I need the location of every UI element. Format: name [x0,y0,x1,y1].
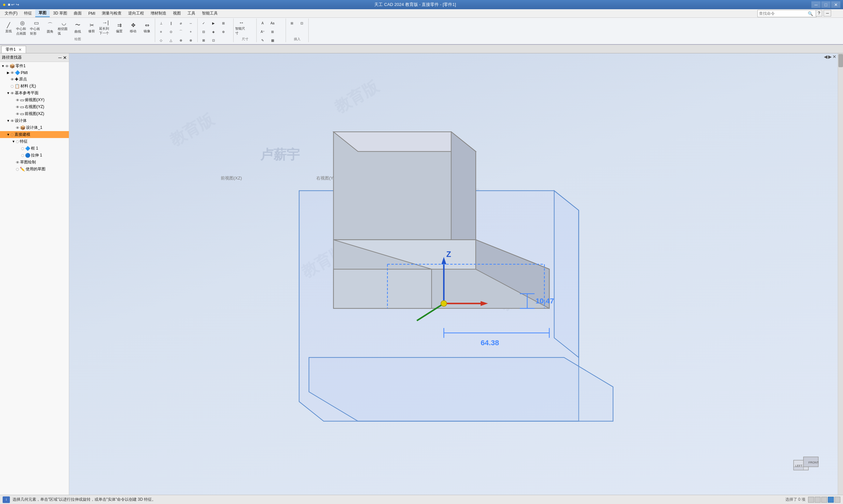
eye-icon-extrude1[interactable]: ◌ [21,153,24,158]
help-button[interactable]: ? [815,10,823,16]
toolbar-line[interactable]: ╱直线 [2,19,15,36]
eye-icon-xy[interactable]: 👁 [16,98,19,102]
eye-icon-xz[interactable]: 👁 [16,112,19,116]
menu-reverse[interactable]: 逆向工程 [125,10,147,17]
tree-toggle-pmi[interactable]: ▶ [6,71,11,75]
tree-toggle-usedsketch[interactable] [11,167,16,172]
tree-toggle-yz[interactable] [11,105,16,109]
tree-toggle-direct[interactable]: ▼ [6,132,11,137]
tree-item-refplanes[interactable]: ▼👁基本参考平面 [0,90,69,96]
toolbar-mirror[interactable]: ⇔镜像 [140,19,154,36]
eye-icon-frame1[interactable]: ◌ [21,146,24,150]
eye-icon-direct[interactable]: ◌ [11,132,14,137]
toolbar-extend[interactable]: →|延长到下一个 [99,19,112,36]
tree-item-direct[interactable]: ▼◌直接建模 [0,131,69,138]
eye-icon-part1[interactable]: 👁 [5,64,9,68]
scroll-thumb[interactable] [838,54,843,67]
viewport[interactable]: ◀ ▶ ✕ 教育版 教育版 教育版 教育版 教育版 卢薪宇 前视图(XZ) 右视… [69,53,843,495]
tree-item-xy[interactable]: 👁▭俯视图(XY) [0,96,69,104]
toolbar-relate-9[interactable]: ◇ [157,36,166,43]
menu-tools[interactable]: 工具 [184,10,199,17]
pin-button[interactable]: ─ [824,10,831,16]
toolbar-tangent-arc[interactable]: ◡相切圆弧 [57,19,71,36]
eye-icon-pmi[interactable]: 👁 [11,71,14,75]
tree-item-sketchdraw[interactable]: 👁草图绘制 [0,159,69,166]
menu-surface[interactable]: 曲面 [71,10,85,17]
tree-item-pmi[interactable]: ▶👁🔷PMI [0,70,69,76]
toolbar-anno-1[interactable]: A [258,19,267,27]
toolbar-anno-6[interactable]: ▦ [268,36,277,43]
toolbar-smart-4[interactable]: ⊟ [199,28,208,36]
toolbar-relate-6[interactable]: ⊙ [166,28,176,36]
eye-icon-usedsketch[interactable]: ◌ [16,167,19,171]
tree-toggle-part1[interactable]: ▼ [1,64,5,69]
menu-additive[interactable]: 增材制造 [147,10,170,17]
menu-file[interactable]: 文件(F) [1,10,21,17]
toolbar-relate-5[interactable]: ≡ [157,28,166,36]
toolbar-smart-8[interactable]: ⊡ [209,36,218,43]
left-panel-minimize[interactable]: ─ [58,55,61,60]
toolbar-anno-3[interactable]: A⁺ [258,28,267,36]
toolbar-relate-8[interactable]: + [186,28,195,36]
tree-toggle-body[interactable]: ▼ [6,119,11,123]
eye-icon-material[interactable]: ◌ [11,84,14,88]
eye-icon-sketchdraw[interactable]: 👁 [16,160,19,164]
tree-toggle-body1[interactable] [11,126,16,130]
tree-toggle-xy[interactable] [11,98,16,103]
nav-arrows[interactable]: ◀ ▶ ✕ [824,54,837,59]
toolbar-insert-1[interactable]: ⊞ [287,19,297,27]
eye-icon-body[interactable]: 👁 [11,119,14,123]
minimize-button[interactable]: ─ [811,1,821,8]
toolbar-anno-4[interactable]: ⊞ [268,28,277,36]
toolbar-smart-2[interactable]: ▶ [209,19,218,27]
tree-item-extrude1[interactable]: ◌🔵拉伸 1 [0,152,69,159]
eye-icon-yz[interactable]: 👁 [16,105,19,109]
toolbar-relate-2[interactable]: ∥ [166,19,176,27]
toolbar-circle-point[interactable]: ◎中心和点画圆 [16,19,29,36]
doc-tab-close[interactable]: ✕ [18,48,22,52]
tree-item-frame1[interactable]: ◌🔷框 1 [0,145,69,152]
nav-prev[interactable]: ◀ [824,54,827,59]
toolbar-offset[interactable]: ⇉偏置 [113,19,126,36]
toolbar-relate-3[interactable]: ⌀ [176,19,185,27]
search-input[interactable] [758,11,807,16]
toolbar-insert-2[interactable]: ⊡ [297,19,306,27]
eye-icon-refplanes[interactable]: 👁 [11,91,14,95]
toolbar-relate-12[interactable]: ⊗ [186,36,195,43]
tree-toggle-refplanes[interactable]: ▼ [6,91,11,95]
toolbar-anno-2[interactable]: Aa [268,19,277,27]
tree-item-features[interactable]: ▼◌特征 [0,138,69,145]
toolbar-smart-7[interactable]: ⊠ [199,36,208,43]
toolbar-curve[interactable]: 〜曲线 [71,19,84,36]
menu-pmi[interactable]: PMI [85,11,98,16]
tree-item-xz[interactable]: 👁▭前视图(XZ) [0,110,69,117]
toolbar-fillet[interactable]: ⌒圆角 [43,19,57,36]
eye-icon-body1[interactable]: 👁 [16,126,19,130]
menu-feature[interactable]: 特征 [21,10,35,17]
maximize-button[interactable]: □ [821,1,830,8]
nav-next[interactable]: ▶ [828,54,832,59]
eye-icon-origin[interactable]: 👁 [11,77,14,82]
toolbar-rect[interactable]: ▭中心画矩形 [30,19,43,36]
toolbar-anno-5[interactable]: ✎ [258,36,267,43]
model-3d[interactable]: Z 10.47 64.38 [69,53,843,495]
toolbar-smart-3[interactable]: ⊞ [219,19,228,27]
menu-view[interactable]: 视图 [170,10,184,17]
eye-icon-features[interactable]: ◌ [16,139,19,144]
right-scrollbar[interactable] [838,53,843,495]
tree-toggle-frame1[interactable] [16,146,21,151]
toolbar-trim[interactable]: ✂修剪 [85,19,98,36]
left-panel-close[interactable]: ✕ [63,55,67,60]
toolbar-smart-5[interactable]: ◈ [209,28,218,36]
close-button[interactable]: ✕ [831,1,840,8]
menu-measure[interactable]: 测量与检查 [98,10,125,17]
tree-item-origin[interactable]: 👁✚原点 [0,76,69,83]
menu-3dsketch[interactable]: 3D 草图 [50,10,71,17]
doc-tab-part1[interactable]: 零件1 ✕ [1,46,26,53]
tree-item-usedsketch[interactable]: ◌✏️使用的草图 [0,166,69,173]
tree-toggle-sketchdraw[interactable] [11,160,16,165]
tree-toggle-extrude1[interactable] [16,153,21,158]
search-icon[interactable]: 🔍 [807,11,814,16]
menu-smart[interactable]: 智能工具 [199,10,221,17]
tree-toggle-features[interactable]: ▼ [11,139,16,144]
